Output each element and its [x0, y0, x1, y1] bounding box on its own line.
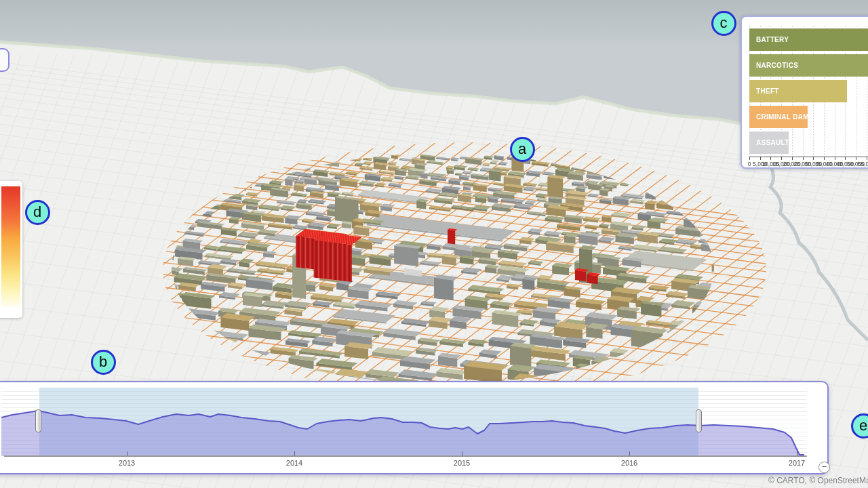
timeline-area-chart: [1, 388, 807, 456]
timeline-year-label: 2014: [286, 459, 302, 467]
timeline-year-tick: [462, 451, 462, 456]
category-chart-tickmark: [835, 157, 835, 160]
category-chart-tickmark: [760, 157, 761, 160]
timeline-year-tick: [629, 451, 630, 456]
category-chart-tickmark: [781, 157, 782, 160]
category-bar-label: CRIMINAL DAMAGE: [749, 106, 808, 128]
category-chart-tickmark: [749, 157, 750, 160]
brush-handle-left[interactable]: [35, 409, 41, 432]
annotation-marker-b: b: [91, 350, 116, 375]
timeline-chart-area[interactable]: [1, 388, 807, 456]
category-bar-narcotics[interactable]: NARCOTICS: [749, 54, 868, 77]
timeline-year-tick: [294, 451, 295, 456]
category-bar-label: NARCOTICS: [749, 54, 798, 77]
annotation-marker-a: a: [510, 137, 535, 162]
timeline-collapse-button[interactable]: −: [818, 462, 830, 473]
annotation-marker-d: d: [25, 200, 50, 225]
timeline-axis: [4, 455, 807, 457]
category-chart-tick-label: 0: [748, 161, 751, 167]
category-bar-assault[interactable]: ASSAULT: [749, 131, 789, 154]
category-chart-tickmark: [813, 157, 814, 160]
category-bar-label: ASSAULT: [749, 131, 789, 154]
category-bar-criminal-damage[interactable]: CRIMINAL DAMAGE: [749, 106, 808, 128]
category-chart-tickmark: [856, 157, 856, 160]
category-chart-tickmark: [792, 157, 793, 160]
map-corner-control[interactable]: [0, 48, 9, 72]
timeline-year-label: 2016: [621, 459, 637, 467]
category-chart-plot: BATTERYNARCOTICSTHEFTCRIMINAL DAMAGEASSA…: [749, 26, 868, 157]
category-chart-tickmark: [770, 157, 771, 160]
category-chart-tickmark: [824, 157, 825, 160]
timeline-year-tick: [797, 451, 797, 456]
color-ramp-legend-panel: [0, 181, 22, 318]
category-chart-tickmark: [845, 157, 846, 160]
category-bar-label: BATTERY: [749, 28, 789, 51]
annotation-marker-c: c: [711, 11, 736, 36]
category-bar-label: THEFT: [749, 80, 779, 102]
category-chart-tickmark: [867, 157, 867, 160]
brush-handle-right[interactable]: [696, 409, 702, 432]
timeline-year-label: 2017: [789, 459, 805, 467]
color-ramp: [1, 186, 20, 307]
category-chart-axis: [749, 157, 868, 157]
category-bar-theft[interactable]: THEFT: [749, 80, 847, 102]
app-window: BATTERYNARCOTICSTHEFTCRIMINAL DAMAGEASSA…: [0, 0, 868, 488]
map-attribution: © CARTO, © OpenStreetMap: [768, 476, 868, 485]
timeline-year-label: 2015: [454, 459, 470, 467]
category-bar-battery[interactable]: BATTERY: [749, 28, 868, 51]
category-chart-tick-label: 55,000: [858, 161, 868, 167]
timeline-year-tick: [127, 451, 127, 456]
category-chart-panel: BATTERYNARCOTICSTHEFTCRIMINAL DAMAGEASSA…: [741, 16, 868, 169]
category-chart-tickmark: [803, 157, 804, 160]
timeline-year-label: 2013: [119, 459, 135, 467]
